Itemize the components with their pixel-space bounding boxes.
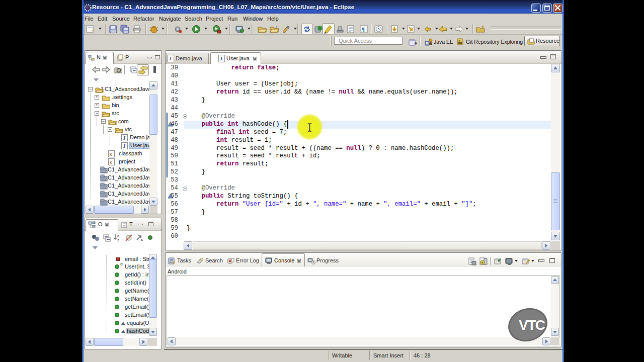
svg-text:J: J (169, 56, 172, 61)
svg-text:x: x (110, 151, 112, 156)
svg-text:x: x (110, 159, 112, 164)
svg-text:J: J (123, 143, 126, 148)
svg-text:J: J (220, 56, 222, 61)
svg-text:¶: ¶ (362, 26, 365, 32)
svg-text:s: s (141, 237, 143, 242)
svg-text:G: G (458, 40, 460, 43)
svg-text:VTC: VTC (519, 317, 545, 333)
svg-text:z: z (117, 238, 119, 242)
svg-text:J: J (123, 135, 126, 140)
